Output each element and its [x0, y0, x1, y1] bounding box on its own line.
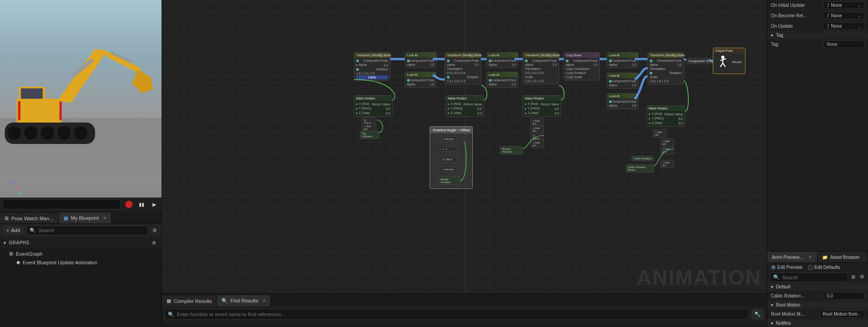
blueprint-search[interactable]: 🔍	[26, 226, 148, 235]
node-add-3c[interactable]: + Add pin	[530, 140, 544, 148]
node-lookat-2b[interactable]: Look At Component PoseAlpha1.0	[486, 72, 518, 88]
axis-gizmo: Z X Y	[9, 180, 23, 194]
search-icon: 🔍	[29, 228, 36, 233]
chevron-down-icon: ▾	[771, 33, 773, 38]
svg-rect-9	[21, 88, 43, 99]
tab-compiler-results[interactable]: ▦ Compiler Results	[162, 296, 217, 306]
svg-point-5	[58, 126, 71, 139]
svg-point-2	[8, 126, 21, 139]
watermark: ANIMATION	[637, 265, 761, 290]
svg-rect-10	[18, 101, 20, 120]
eventgraph-item[interactable]: ⊞ EventGraph	[0, 249, 162, 258]
prop-on-become: On Become Rel…	[771, 13, 820, 18]
node-add-4a[interactable]: + Add pin	[653, 129, 667, 138]
node-comment-d[interactable]: + Add pin	[440, 167, 456, 172]
group-default[interactable]: ▾Default	[767, 283, 868, 291]
svg-point-14	[721, 56, 724, 59]
blueprint-icon: ▦	[64, 215, 68, 221]
add-graph-icon[interactable]: ⊕	[150, 238, 158, 247]
chevron-down-icon: ▾	[771, 284, 773, 289]
svg-point-6	[74, 126, 87, 139]
prop-tag: Tag	[771, 42, 820, 47]
prop-root-mode: Root Motion M…	[771, 312, 816, 317]
var-bottom-actuator[interactable]: Bottom Actuator	[500, 146, 523, 154]
event-icon: ◆	[16, 259, 20, 265]
radio-edit-defaults[interactable]: Edit Defaults	[808, 265, 840, 270]
node-add-4d[interactable]: + Add pin	[660, 160, 674, 168]
node-lookat-1a[interactable]: Look At Component PoseAlpha1.0	[405, 52, 436, 68]
svg-point-3	[24, 126, 37, 139]
excavator-preview	[0, 0, 162, 198]
tab-asset-browser[interactable]: 📁 Asset Browser	[818, 252, 868, 263]
close-icon[interactable]: ×	[809, 254, 812, 260]
node-comment-b[interactable]: × -1	[440, 146, 456, 152]
find-scope-button[interactable]: 🔦	[751, 309, 764, 320]
search-icon: 🔍	[168, 312, 174, 317]
node-comment-c[interactable]: ⊙ 180.0	[440, 156, 456, 162]
group-notifies[interactable]: ▾Notifies	[767, 319, 868, 327]
tab-pose-watch[interactable]: ⊞ Pose Watch Man…	[0, 213, 59, 223]
combo-root-mode[interactable]: Root Motion from⌄	[819, 310, 864, 318]
var-cabin-rotation[interactable]: Cabin Rotation	[632, 156, 654, 161]
node-output-pose[interactable]: Output Pose Result	[713, 48, 745, 74]
search-icon: 🔍	[773, 274, 780, 280]
node-make-rotator-3[interactable]: Make Rotator ▸ X (Roll)Return Value ▸ Y …	[523, 95, 561, 117]
combo-on-update[interactable]: ƒNone⌄	[824, 22, 864, 30]
node-add-4b[interactable]: + Add pin	[660, 139, 674, 147]
node-lookat-1b[interactable]: Look At Component PoseAlpha1.0	[405, 72, 436, 88]
gear-icon[interactable]: ⚙	[858, 272, 865, 281]
node-add-4c[interactable]: + Add pin	[660, 146, 674, 154]
node-transform-bone-2[interactable]: Transform (Modify) Bone Component Pose A…	[445, 52, 481, 84]
layout-icon[interactable]: ⊞	[850, 272, 857, 281]
group-root-motion[interactable]: ▾Root Motion	[767, 301, 868, 309]
plus-icon: +	[6, 228, 9, 233]
anim-graph[interactable]: Transform (Modify) Bone Component Pose ▸…	[162, 0, 767, 293]
chevron-down-icon: ▾	[771, 302, 773, 307]
svg-point-4	[41, 126, 54, 139]
node-transform-bone-3[interactable]: Transform (Modify) Bone Component Pose A…	[523, 52, 559, 84]
add-button[interactable]: + Add	[3, 226, 24, 234]
gear-icon[interactable]: ⚙	[151, 226, 159, 234]
chevron-down-icon: ▾	[771, 321, 773, 326]
chevron-down-icon: ▾	[4, 240, 6, 245]
node-comment-a[interactable]: + Add pin	[440, 136, 456, 142]
prop-on-initial: On Initial Update	[771, 3, 820, 8]
group-tag[interactable]: ▾Tag	[767, 31, 868, 39]
value-cabin-rotation[interactable]: 0,0	[824, 292, 864, 300]
node-lookat-3a[interactable]: Look At Component PoseAlpha1.0	[607, 52, 638, 68]
folder-icon: 📁	[822, 255, 828, 260]
pause-button[interactable]: ▮▮	[137, 200, 146, 209]
update-anim-item[interactable]: ◆ Event Blueprint Update Animation	[0, 258, 162, 267]
var-cabin-rotation-reset[interactable]: Cabin Rotation Reset	[626, 164, 654, 173]
value-tag[interactable]: None	[824, 40, 864, 48]
node-lookat-3b[interactable]: Look At Component PoseAlpha1.0	[607, 73, 638, 89]
combo-on-become[interactable]: ƒNone⌄	[824, 12, 864, 20]
close-icon[interactable]: ×	[103, 215, 107, 221]
node-make-rotator-2[interactable]: Make Rotator ▸ X (Roll)Return Value ▸ Y …	[446, 95, 484, 117]
record-button[interactable]	[124, 200, 133, 209]
timeline-scrubber[interactable]	[3, 199, 121, 209]
node-lookat-2a[interactable]: Look At Component PoseAlpha1.0	[486, 52, 518, 68]
radio-edit-preview[interactable]: Edit Preview	[771, 265, 803, 270]
var-middle-actuator[interactable]: Middle Actuator	[438, 177, 461, 185]
preview-search[interactable]: 🔍	[770, 272, 848, 282]
tab-my-blueprint[interactable]: ▦ My Blueprint ×	[59, 213, 111, 223]
node-copy-bone[interactable]: Copy Bone Component Pose Alpha1.0 Copy T…	[564, 52, 600, 80]
comment-inverted-angle[interactable]: Inverted Angle + Offset + Add pin × -1 ⊙…	[430, 126, 473, 189]
graphs-section[interactable]: ▾GRAPHS ⊕	[0, 237, 162, 248]
node-make-rotator-4[interactable]: Make Rotator ▸ X (Roll)Return Value ▸ Y …	[647, 105, 685, 127]
play-button[interactable]: ▶	[150, 200, 159, 209]
combo-on-initial[interactable]: ƒNone⌄	[824, 1, 864, 9]
tab-find-results[interactable]: 🔍 Find Results ×	[217, 295, 271, 306]
var-top-actuator[interactable]: Top Actuator	[360, 131, 379, 139]
node-transform-bone-4[interactable]: Transform (Modify) Bone Component Pose A…	[647, 52, 684, 84]
graph-icon: ⊞	[9, 251, 13, 257]
node-make-rotator-1[interactable]: Make Rotator ▸ X (Roll)Return Value ▸ Y …	[354, 95, 392, 117]
node-transform-bone-1[interactable]: Transform (Modify) Bone Component Pose ▸…	[354, 52, 390, 81]
tab-anim-preview[interactable]: Anim Preview… ×	[767, 252, 818, 263]
close-icon[interactable]: ×	[263, 297, 266, 304]
viewport[interactable]: Z X Y	[0, 0, 162, 198]
node-lookat-3c[interactable]: Look At Component PoseAlpha1.0	[607, 93, 638, 109]
find-search[interactable]: 🔍	[165, 309, 749, 320]
svg-rect-11	[59, 101, 62, 120]
